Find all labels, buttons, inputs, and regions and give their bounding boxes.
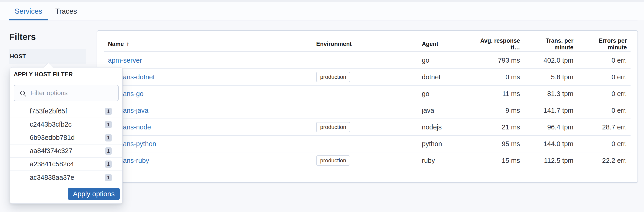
cell-trans-per-minute: 144.0 tpm <box>524 140 577 148</box>
host-option-row[interactable]: ac34838aa37e 1 <box>10 171 122 184</box>
table-row: opbeans-go go 11 ms 81.3 tpm 0 err. <box>104 86 630 102</box>
cell-environment: production <box>312 122 418 132</box>
host-filter-facet[interactable]: HOST <box>9 49 86 64</box>
cell-agent: java <box>418 107 474 114</box>
host-option-row[interactable]: aa84f374c327 1 <box>10 145 122 158</box>
cell-agent: nodejs <box>418 123 474 131</box>
cell-name: opbeans-go <box>104 90 312 98</box>
cell-errors-per-minute: 28.7 err. <box>577 123 630 131</box>
host-option-count-badge: 1 <box>105 174 112 181</box>
top-chrome-strip <box>0 0 644 2</box>
table-body: apm-server go 793 ms 402.0 tpm 0 err. op… <box>104 52 630 169</box>
cell-name: opbeans-python <box>104 140 312 148</box>
column-header-name-label: Name <box>108 41 124 47</box>
column-header-avg-response[interactable]: Avg. response ti… <box>474 37 524 51</box>
cell-errors-per-minute: 22.2 err. <box>577 157 630 165</box>
host-option-row[interactable]: a23841c582c4 1 <box>10 158 122 171</box>
column-header-environment: Environment <box>312 41 418 47</box>
popover-footer: Apply options <box>68 188 120 200</box>
tab-services-label: Services <box>15 7 42 15</box>
tab-traces[interactable]: Traces <box>50 2 83 20</box>
cell-trans-per-minute: 96.4 tpm <box>524 123 577 131</box>
cell-errors-per-minute: 0 err. <box>577 107 630 114</box>
cell-avg-response-time: 793 ms <box>474 57 524 64</box>
cell-avg-response-time: 21 ms <box>474 123 524 131</box>
table-row: opbeans-ruby production ruby 15 ms 112.5… <box>104 152 630 169</box>
host-option-label: a23841c582c4 <box>30 160 105 168</box>
filter-search-box <box>14 85 119 101</box>
cell-agent: ruby <box>418 157 474 165</box>
table-row: opbeans-java java 9 ms 141.7 tpm 0 err. <box>104 102 630 119</box>
tab-bar-divider <box>9 20 638 20</box>
host-filter-popover: APPLY HOST FILTER f753fe2bf65f 1 c2443b3… <box>10 67 122 204</box>
host-option-row[interactable]: c2443b3cfb2c 1 <box>10 118 122 131</box>
host-option-row[interactable]: 6b93edbb781d 1 <box>10 131 122 145</box>
cell-errors-per-minute: 0 err. <box>577 140 630 148</box>
host-option-label: f753fe2bf65f <box>30 107 105 115</box>
services-table-panel: Name ↑ Environment Agent Avg. response t… <box>97 30 638 183</box>
host-option-row[interactable]: f753fe2bf65f 1 <box>10 105 122 118</box>
cell-agent: go <box>418 57 474 64</box>
environment-badge: production <box>316 72 350 82</box>
cell-errors-per-minute: 0 err. <box>577 57 630 64</box>
column-header-agent: Agent <box>418 41 474 47</box>
sort-ascending-icon: ↑ <box>126 40 129 48</box>
cell-name: opbeans-ruby <box>104 157 312 165</box>
cell-name: opbeans-java <box>104 107 312 114</box>
column-header-trans-per-minute[interactable]: Trans. per minute <box>524 37 577 51</box>
filters-heading: Filters <box>9 32 36 42</box>
cell-name: apm-server <box>104 57 312 64</box>
cell-trans-per-minute: 5.8 tpm <box>524 73 577 81</box>
cell-avg-response-time: 95 ms <box>474 140 524 148</box>
tab-bar: Services Traces <box>0 2 644 20</box>
host-option-label: 6b93edbb781d <box>30 134 105 142</box>
host-option-count-badge: 1 <box>105 147 112 155</box>
cell-avg-response-time: 9 ms <box>474 107 524 114</box>
environment-badge: production <box>316 122 350 132</box>
host-option-label: ac34838aa37e <box>30 174 105 181</box>
cell-agent: dotnet <box>418 73 474 81</box>
host-option-count-badge: 1 <box>105 161 112 168</box>
environment-badge: production <box>316 155 350 165</box>
cell-environment: production <box>312 72 418 82</box>
table-row: opbeans-python python 95 ms 144.0 tpm 0 … <box>104 136 630 152</box>
column-header-errors-per-minute[interactable]: Errors per minute <box>577 37 630 51</box>
apply-options-button[interactable]: Apply options <box>68 188 120 200</box>
column-header-name[interactable]: Name ↑ <box>104 40 312 48</box>
cell-trans-per-minute: 402.0 tpm <box>524 57 577 64</box>
host-options-list: f753fe2bf65f 1 c2443b3cfb2c 1 6b93edbb78… <box>10 105 122 184</box>
cell-avg-response-time: 0 ms <box>474 73 524 81</box>
cell-trans-per-minute: 112.5 tpm <box>524 157 577 165</box>
cell-trans-per-minute: 81.3 tpm <box>524 90 577 98</box>
host-option-label: aa84f374c327 <box>30 147 105 155</box>
host-facet-label: HOST <box>10 53 26 60</box>
tab-services[interactable]: Services <box>9 2 48 20</box>
cell-name: opbeans-node <box>104 123 312 131</box>
search-icon <box>19 90 27 98</box>
cell-trans-per-minute: 141.7 tpm <box>524 107 577 114</box>
table-header-row: Name ↑ Environment Agent Avg. response t… <box>104 31 630 52</box>
host-option-count-badge: 1 <box>105 121 112 128</box>
cell-agent: python <box>418 140 474 148</box>
apm-page: Services Traces Filters HOST Name ↑ Envi… <box>0 0 644 212</box>
table-row: apm-server go 793 ms 402.0 tpm 0 err. <box>104 52 630 69</box>
cell-agent: go <box>418 90 474 98</box>
cell-errors-per-minute: 0 err. <box>577 90 630 98</box>
tabs: Services Traces <box>9 2 82 20</box>
popover-title: APPLY HOST FILTER <box>10 67 122 81</box>
host-option-label: c2443b3cfb2c <box>30 121 105 128</box>
cell-avg-response-time: 11 ms <box>474 90 524 98</box>
host-option-count-badge: 1 <box>105 134 112 142</box>
host-option-count-badge: 1 <box>105 108 112 115</box>
filter-options-search-input[interactable] <box>14 85 118 101</box>
cell-avg-response-time: 15 ms <box>474 157 524 165</box>
cell-name: opbeans-dotnet <box>104 73 312 81</box>
service-link[interactable]: apm-server <box>108 57 142 64</box>
tab-traces-label: Traces <box>55 7 77 15</box>
table-row: opbeans-dotnet production dotnet 0 ms 5.… <box>104 69 630 86</box>
cell-errors-per-minute: 0 err. <box>577 73 630 81</box>
cell-environment: production <box>312 155 418 165</box>
popover-search-section <box>10 81 122 105</box>
table-row: opbeans-node production nodejs 21 ms 96.… <box>104 119 630 136</box>
